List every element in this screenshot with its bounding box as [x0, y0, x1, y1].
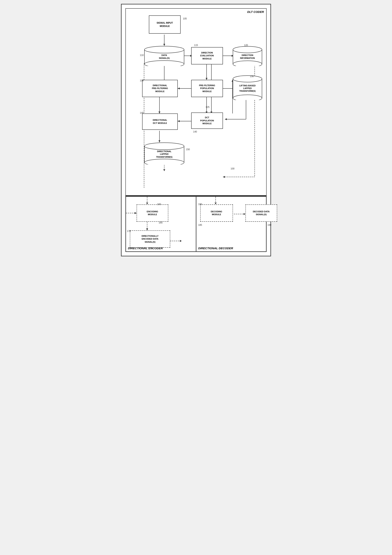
svg-marker-51 [135, 212, 137, 214]
decoder-label: DIRECTIONAL DECODER [198, 247, 233, 250]
ref-190-label: 190 [267, 224, 271, 226]
dir-encoded-data: DIRECTIONALLYENCODED DATASIGNAL(S) [130, 230, 170, 248]
signal-input-module: SIGNAL INPUTMODULE [149, 15, 181, 34]
svg-marker-35 [163, 169, 165, 171]
lifting-based-cylinder: LIFTING-BASEDLAPPEDTRANSFORM(S) [233, 75, 262, 100]
data-signal-cylinder: DATASIGNAL(S) [144, 46, 185, 66]
svg-marker-57 [215, 203, 217, 204]
prefiltering-population: PRE-FILTERINGPOPULATIONMODULE [191, 80, 223, 97]
ref-160-label: 160 [157, 203, 161, 205]
ref-180-label: 180 [198, 203, 202, 205]
svg-marker-53 [146, 228, 148, 230]
decoded-data: DECODED DATASIGNAL(S) [245, 204, 277, 222]
svg-marker-29 [158, 140, 160, 142]
ref-140: 140 [193, 130, 197, 133]
directional-prefiltering: DIRECTIONALPRE-FILTERINGMODULE [142, 80, 178, 97]
diagram-area: SIGNAL INPUTMODULE 105 DATASIGNAL(S) 110… [129, 12, 263, 192]
decoding-module: DECODINGMODULE [200, 204, 233, 222]
svg-marker-27 [158, 111, 160, 113]
svg-marker-32 [223, 176, 225, 178]
svg-marker-59 [244, 213, 245, 215]
svg-marker-1 [163, 44, 165, 46]
svg-marker-49 [146, 203, 148, 204]
svg-marker-17 [225, 118, 227, 120]
ref-170-label: 170 [127, 230, 131, 233]
decoder-section: DECODINGMODULE 180 185 DECODED DATASIGNA… [196, 196, 267, 252]
ref-130: 130 [250, 75, 254, 78]
svg-marker-55 [180, 240, 182, 242]
svg-marker-21 [178, 120, 180, 122]
directional-dct: DIRECTIONALDCT MODULE [142, 113, 178, 130]
directional-lapped-cylinder: DIRECTIONALLAPPEDTRANSFORM(S) [144, 142, 185, 164]
ref-120: 120 [244, 44, 248, 47]
page: DLT CODER [121, 4, 271, 256]
direction-info-cylinder: DIRECTIONINFORMATION [233, 46, 262, 66]
svg-marker-8 [206, 78, 207, 80]
ref-145: 145 [140, 111, 144, 114]
ref-125: 125 [206, 106, 209, 109]
ref-115: 115 [194, 44, 198, 47]
direction-eval-module: DIRECTIONEVALUATIONMODULE [191, 47, 223, 65]
encoding-module: ENCODINGMODULE [137, 204, 168, 222]
encoder-section: ENCODINGMODULE 160 165 DIRECTIONALLYENCO… [126, 196, 196, 252]
ref-165-label: 165 [159, 221, 163, 224]
ref-150: 150 [186, 148, 190, 151]
ref-100: 100 [231, 167, 235, 170]
arrows-svg [129, 12, 263, 192]
ref-185-label: 185 [198, 224, 202, 226]
svg-marker-12 [178, 88, 180, 89]
ref-135: 135 [140, 79, 144, 82]
encoder-label: DIRECTIONAL ENCODER [128, 247, 163, 250]
ref-110: 110 [140, 54, 144, 57]
bottom-section: ENCODINGMODULE 160 165 DIRECTIONALLYENCO… [126, 196, 266, 252]
ref-105: 105 [183, 17, 187, 20]
dct-population: DCTPOPULATIONMODULE [191, 112, 223, 129]
